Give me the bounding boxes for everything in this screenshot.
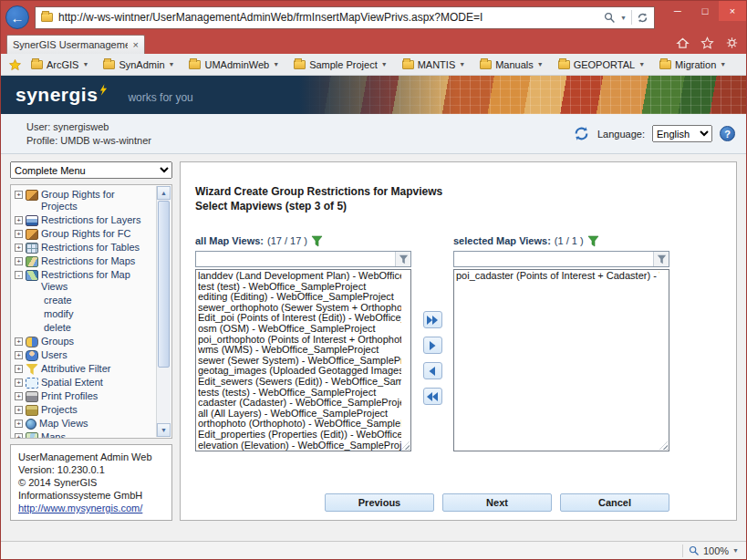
favorites-bar-item[interactable]: GEOPORTAL ▼ <box>558 59 645 70</box>
all-mapviews-listbox[interactable]: landdev (Land Development Plan) - WebOff… <box>195 269 411 451</box>
search-dropdown-caret-icon[interactable]: ▼ <box>620 15 627 21</box>
tree-item-label[interactable]: Projects <box>41 404 78 416</box>
favorites-bar-item[interactable]: Sample Project ▼ <box>294 59 388 70</box>
mapview-list-item[interactable]: editing (Editing) - WebOffice_SampleProj… <box>198 292 401 303</box>
menu-filter-select[interactable]: Complete Menu <box>10 161 172 179</box>
tree-expander-icon[interactable]: - <box>15 271 23 279</box>
tree-item[interactable]: + Restrictions for Layers <box>15 213 153 227</box>
zoom-control[interactable]: 100% ▼ <box>689 545 739 556</box>
mapview-list-item[interactable]: test (test) - WebOffice_SampleProject <box>198 282 401 293</box>
tree-item-label[interactable]: Groups <box>41 336 74 347</box>
tree-item-label[interactable]: Print Profiles <box>41 390 98 402</box>
tree-item[interactable]: modify <box>15 307 153 321</box>
synergis-website-link[interactable]: http://www.mysynergis.com/ <box>18 502 164 514</box>
settings-gear-icon[interactable] <box>725 36 739 49</box>
tree-item[interactable]: create <box>15 294 153 307</box>
tree-item[interactable]: + Spatial Extent <box>15 376 153 389</box>
browser-tab[interactable]: SynerGIS Usermanagement ... × <box>6 35 145 54</box>
tree-item-label[interactable]: modify <box>44 308 73 320</box>
move-right-button[interactable] <box>423 337 442 354</box>
favorites-bar-item[interactable]: Manuals ▼ <box>480 59 544 70</box>
resize-grip-icon[interactable] <box>401 441 410 450</box>
tree-expander-icon[interactable]: + <box>15 351 23 359</box>
refresh-icon[interactable] <box>637 12 648 24</box>
mapview-list-item[interactable]: Edit_sewers (Sewers (Edit)) - WebOffice_… <box>198 377 401 388</box>
tree-item[interactable]: + Restrictions for Tables <box>15 241 153 254</box>
tree-item[interactable]: - Restrictions for Map Views <box>15 268 153 294</box>
tree-item-label[interactable]: Attributive Filter <box>41 363 110 375</box>
tree-expander-icon[interactable]: + <box>15 392 23 400</box>
mapview-list-item[interactable]: sewer_orthophoto (Sewer System + Orthoph… <box>198 303 401 314</box>
tree-item-label[interactable]: Restrictions for Map Views <box>41 269 153 293</box>
next-button[interactable]: Next <box>442 493 552 512</box>
favorites-star-icon[interactable] <box>700 36 714 49</box>
selected-mapviews-listbox[interactable]: poi_cadaster (Points of Interest + Cadas… <box>453 269 669 451</box>
favorites-bar-item[interactable]: Migration ▼ <box>659 59 726 70</box>
tree-item[interactable]: + Group Rights for Projects <box>15 188 153 213</box>
mapview-list-item[interactable]: all (All Layers) - WebOffice_SampleProje… <box>198 409 401 420</box>
tree-expander-icon[interactable]: + <box>15 216 23 224</box>
back-button[interactable]: ← <box>5 5 29 29</box>
favorites-bar-item[interactable]: MANTIS ▼ <box>402 59 466 70</box>
search-icon[interactable] <box>604 12 616 24</box>
tree-item[interactable]: + Group Rights for FC <box>15 227 153 241</box>
mapview-list-item[interactable]: elevation (Elevation) - WebOffice_Sample… <box>198 441 401 451</box>
mapview-list-item[interactable]: wms (WMS) - WebOffice_SampleProject <box>198 345 401 356</box>
previous-button[interactable]: Previous <box>325 493 434 512</box>
mapview-list-item[interactable]: poi_orthophoto (Points of Interest + Ort… <box>198 335 401 346</box>
close-button[interactable]: × <box>719 1 746 21</box>
filter-all-icon[interactable] <box>311 235 323 247</box>
tree-item-label[interactable]: Group Rights for FC <box>41 228 130 240</box>
tree-expander-icon[interactable]: + <box>15 420 23 428</box>
tree-item[interactable]: + Groups <box>15 335 153 348</box>
tree-item-label[interactable]: Restrictions for Maps <box>41 255 135 267</box>
tree-item[interactable]: delete <box>15 321 153 335</box>
mapview-list-item[interactable]: landdev (Land Development Plan) - WebOff… <box>198 271 401 282</box>
move-all-left-button[interactable] <box>423 388 442 405</box>
tree-item[interactable]: + Projects <box>15 403 153 417</box>
home-icon[interactable] <box>676 36 690 49</box>
scrollbar-thumb[interactable] <box>158 201 170 368</box>
selected-mapviews-filter-button[interactable] <box>653 252 669 266</box>
mapview-list-item[interactable]: Edit_properties (Properties (Edit)) - We… <box>198 430 401 441</box>
language-select[interactable]: English <box>652 125 712 142</box>
selected-mapviews-filter-input[interactable] <box>454 252 653 266</box>
tree-expander-icon[interactable]: + <box>15 257 23 265</box>
reload-page-icon[interactable] <box>573 125 590 142</box>
tree-expander-icon[interactable]: + <box>15 406 23 414</box>
mapview-list-item[interactable]: sewer (Sewer System) - WebOffice_SampleP… <box>198 356 401 367</box>
tree-item[interactable]: + Restrictions for Maps <box>15 254 153 268</box>
minimize-button[interactable]: ─ <box>664 1 691 21</box>
all-mapviews-filter-input[interactable] <box>196 252 395 266</box>
tree-item-label[interactable]: Restrictions for Layers <box>41 214 140 226</box>
tree-item[interactable]: + Attributive Filter <box>15 362 153 376</box>
tree-item-label[interactable]: Restrictions for Tables <box>41 242 140 254</box>
tree-item-label[interactable]: delete <box>44 322 71 334</box>
add-favorite-icon[interactable] <box>8 58 22 71</box>
favorites-bar-item[interactable]: SynAdmin ▼ <box>103 59 174 70</box>
help-icon[interactable]: ? <box>720 126 735 141</box>
tree-item-label[interactable]: Group Rights for Projects <box>41 189 153 213</box>
scroll-down-icon[interactable]: ▼ <box>157 423 171 437</box>
tree-item[interactable]: + Maps <box>15 430 153 439</box>
favorites-bar-item[interactable]: ArcGIS ▼ <box>31 59 88 70</box>
maximize-button[interactable]: □ <box>691 1 719 21</box>
mapview-list-item[interactable]: Edit_poi (Points of Interest (Edit)) - W… <box>198 313 401 324</box>
resize-grip-icon[interactable] <box>659 441 668 450</box>
tree-expander-icon[interactable]: + <box>15 379 23 387</box>
tab-close-icon[interactable]: × <box>133 39 139 50</box>
mapview-list-item[interactable]: cadaster (Cadaster) - WebOffice_SamplePr… <box>198 398 401 409</box>
tree-item-label[interactable]: Spatial Extent <box>41 377 103 389</box>
tree-expander-icon[interactable]: + <box>15 365 23 373</box>
tree-item-label[interactable]: Map Views <box>39 418 88 430</box>
mapview-list-item[interactable]: poi_cadaster (Points of Interest + Cadas… <box>456 271 659 282</box>
tree-item-label[interactable]: create <box>44 295 72 306</box>
filter-selected-icon[interactable] <box>587 235 599 247</box>
cancel-button[interactable]: Cancel <box>560 493 669 512</box>
address-bar[interactable]: http://w-ws-wintner/UserManagementAdminW… <box>35 6 655 29</box>
mapview-list-item[interactable]: osm (OSM) - WebOffice_SampleProject <box>198 324 401 335</box>
favorites-bar-item[interactable]: UMAdminWeb ▼ <box>189 59 279 70</box>
tree-item-label[interactable]: Users <box>41 349 67 361</box>
sidebar-scrollbar[interactable]: ▲ ▼ <box>156 186 171 437</box>
tree-item[interactable]: + Print Profiles <box>15 389 153 403</box>
